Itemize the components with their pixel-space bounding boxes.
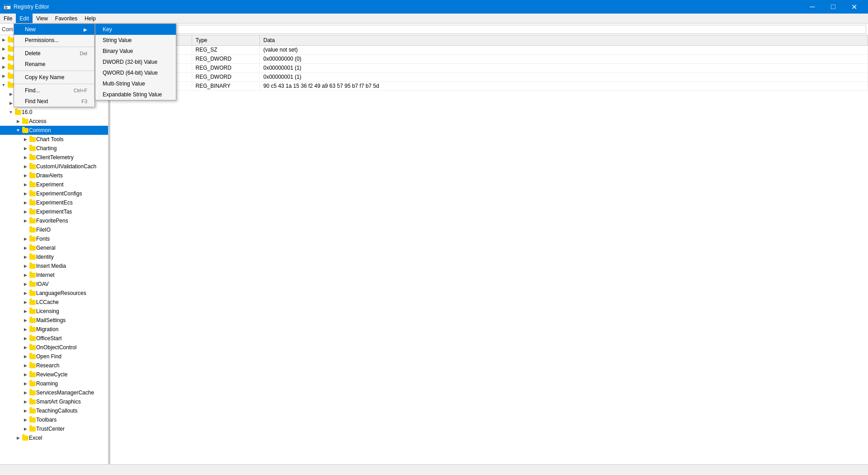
maximize-button[interactable]: □ xyxy=(823,0,844,14)
svg-rect-2 xyxy=(5,6,7,7)
tree-item-customUIValidationCache[interactable]: ▶CustomUIValidationCach xyxy=(0,162,108,171)
folder-icon-v15 xyxy=(14,100,22,107)
tree-item-experimentEcs[interactable]: ▶ExperimentEcs xyxy=(0,198,108,207)
tree-item-access[interactable]: ▶Access xyxy=(0,117,108,126)
menu-bar: File Edit View Favorites Help xyxy=(0,14,868,24)
tree-item-reviewCycle[interactable]: ▶ReviewCycle xyxy=(0,370,108,379)
folder-icon-drawAlerts xyxy=(29,172,36,179)
tree-item-msf[interactable]: ▶MSF xyxy=(0,44,108,53)
tree-item-teachingCallouts[interactable]: ▶TeachingCallouts xyxy=(0,406,108,415)
tree-item-mailSettings[interactable]: ▶MailSettings xyxy=(0,316,108,325)
tree-item-experiment[interactable]: ▶Experiment xyxy=(0,180,108,189)
folder-icon-general xyxy=(29,244,36,252)
folder-icon-experimentEcs xyxy=(29,199,36,206)
col-header-data[interactable]: Data xyxy=(259,35,868,45)
tree-label-favoritePens: FavoritePens xyxy=(36,218,68,224)
tree-item-clientTelemetry[interactable]: ▶ClientTelemetry xyxy=(0,153,108,162)
tree-item-v15[interactable]: ▶15.0 xyxy=(0,99,108,108)
close-button[interactable]: ✕ xyxy=(844,0,864,14)
tree-arrow-access: ▶ xyxy=(14,118,22,125)
tree-item-onObjectControl[interactable]: ▶OnObjectControl xyxy=(0,343,108,352)
tree-item-internet[interactable]: ▶Internet xyxy=(0,271,108,280)
table-row[interactable]: (Default)REG_DWORD0x00000001 (1) xyxy=(110,72,868,81)
tree-item-research[interactable]: ▶Research xyxy=(0,361,108,370)
menu-item-favorites[interactable]: Favorites xyxy=(52,14,81,23)
folder-icon-charting xyxy=(29,145,36,152)
table-row[interactable]: (Default)REG_SZ(value not set) xyxy=(110,45,868,54)
tree-item-v16[interactable]: ▼16.0 xyxy=(0,108,108,117)
tree-item-fileIO[interactable]: FileIO xyxy=(0,225,108,234)
tree-item-migration[interactable]: ▶Migration xyxy=(0,325,108,334)
tree-arrow-experimentEcs: ▶ xyxy=(22,199,29,206)
tree-item-excel[interactable]: ▶Excel xyxy=(0,433,108,442)
tree-arrow-chartTools: ▶ xyxy=(22,136,29,143)
tree-item-charting[interactable]: ▶Charting xyxy=(0,144,108,153)
folder-icon-access xyxy=(22,118,29,125)
table-row[interactable]: (Default)REG_BINARY90 c5 43 1a 15 36 f2 … xyxy=(110,81,868,90)
address-input[interactable] xyxy=(15,25,866,34)
folder-icon-narrator xyxy=(7,63,14,71)
tree-item-lcCache[interactable]: ▶LCCache xyxy=(0,298,108,307)
menu-item-edit[interactable]: Edit xyxy=(16,14,33,23)
tree-item-identity[interactable]: ▶Identity xyxy=(0,252,108,261)
tree-item-smartArtGraphics[interactable]: ▶SmartArt Graphics xyxy=(0,397,108,406)
minimize-button[interactable]: ─ xyxy=(802,0,823,14)
cell-data-2: 0x00000001 (1) xyxy=(259,63,868,72)
tree-arrow-languageResources: ▶ xyxy=(22,290,29,297)
col-header-name[interactable]: Name xyxy=(110,35,192,45)
table-row[interactable]: (Default)REG_DWORD0x00000001 (1) xyxy=(110,63,868,72)
tree-label-experiment: Experiment xyxy=(36,181,64,188)
tree-scroll[interactable]: ▶MSDAIPP▶MSF▶Multimedia▶Narrator▶Notepad… xyxy=(0,35,108,464)
tree-label-charting: Charting xyxy=(36,145,57,152)
tree-item-general[interactable]: ▶General xyxy=(0,243,108,252)
tree-arrow-trustCenter: ▶ xyxy=(22,425,29,432)
tree-item-languageResources[interactable]: ▶LanguageResources xyxy=(0,289,108,298)
folder-icon-servicesManagerCache xyxy=(29,389,36,396)
folder-icon-languageResources xyxy=(29,290,36,297)
tree-arrow-charting: ▶ xyxy=(22,145,29,152)
menu-item-file[interactable]: File xyxy=(0,14,16,23)
tree-item-common[interactable]: ▼Common xyxy=(0,126,108,135)
cell-data-4: 90 c5 43 1a 15 36 f2 49 a9 63 57 95 b7 f… xyxy=(259,81,868,90)
tree-item-servicesManagerCache[interactable]: ▶ServicesManagerCache xyxy=(0,388,108,397)
tree-item-officeStart[interactable]: ▶OfficeStart xyxy=(0,334,108,343)
folder-icon-msf xyxy=(7,45,14,52)
tree-item-fonts[interactable]: ▶Fonts xyxy=(0,234,108,243)
tree-item-chartTools[interactable]: ▶Chart Tools xyxy=(0,135,108,144)
tree-item-v12[interactable]: ▶12.0 xyxy=(0,90,108,99)
tree-item-insertMedia[interactable]: ▶Insert Media xyxy=(0,261,108,271)
tree-item-multimedia[interactable]: ▶Multimedia xyxy=(0,53,108,62)
tree-item-narrator[interactable]: ▶Narrator xyxy=(0,62,108,71)
tree-item-toolbars[interactable]: ▶Toolbars xyxy=(0,415,108,424)
folder-icon-experiment xyxy=(29,181,36,188)
tree-item-roaming[interactable]: ▶Roaming xyxy=(0,379,108,388)
address-bar: Com xyxy=(0,24,868,35)
title-bar: Registry Editor ─ □ ✕ xyxy=(0,0,868,14)
menu-item-view[interactable]: View xyxy=(33,14,52,23)
tree-arrow-v15: ▶ xyxy=(7,100,14,107)
tree-item-drawAlerts[interactable]: ▶DrawAlerts xyxy=(0,171,108,180)
tree-item-office[interactable]: ▼Office xyxy=(0,81,108,90)
tree-item-licensing[interactable]: ▶Licensing xyxy=(0,307,108,316)
tree-label-multimedia: Multimedia xyxy=(14,55,41,61)
tree-item-favoritePens[interactable]: ▶FavoritePens xyxy=(0,216,108,225)
tree-item-ioav[interactable]: ▶IOAV xyxy=(0,280,108,289)
cell-name-3: (Default) xyxy=(110,72,192,81)
title-bar-title: Registry Editor xyxy=(14,4,49,10)
menu-item-help[interactable]: Help xyxy=(81,14,99,23)
folder-icon-openFind xyxy=(29,353,36,360)
tree-item-openFind[interactable]: ▶Open Find xyxy=(0,352,108,361)
tree-item-experimentConfigs[interactable]: ▶ExperimentConfigs xyxy=(0,189,108,198)
cell-name-4: (Default) xyxy=(110,81,192,90)
tree-arrow-fileIO xyxy=(22,226,29,233)
tree-item-experimentTas[interactable]: ▶ExperimentTas xyxy=(0,207,108,216)
tree-arrow-experiment: ▶ xyxy=(22,181,29,188)
tree-item-trustCenter[interactable]: ▶TrustCenter xyxy=(0,424,108,433)
col-header-type[interactable]: Type xyxy=(192,35,259,45)
tree-item-notepad[interactable]: ▶Notepad xyxy=(0,71,108,81)
tree-arrow-fonts: ▶ xyxy=(22,235,29,242)
table-row[interactable]: (Default)REG_DWORD0x00000000 (0) xyxy=(110,54,868,63)
tree-label-notepad: Notepad xyxy=(14,73,35,79)
tree-item-msdaipp[interactable]: ▶MSDAIPP xyxy=(0,35,108,44)
folder-icon-officeStart xyxy=(29,335,36,342)
